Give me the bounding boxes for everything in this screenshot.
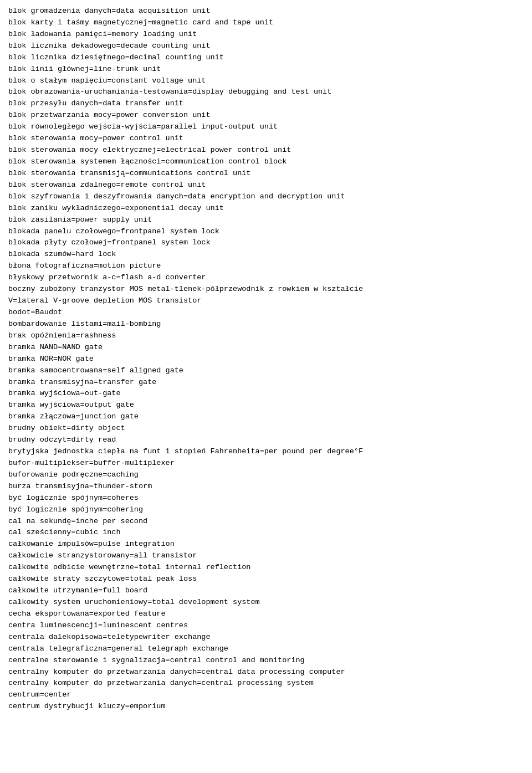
dictionary-content: blok gromadzenia danych=data acquisition… [8,6,524,713]
